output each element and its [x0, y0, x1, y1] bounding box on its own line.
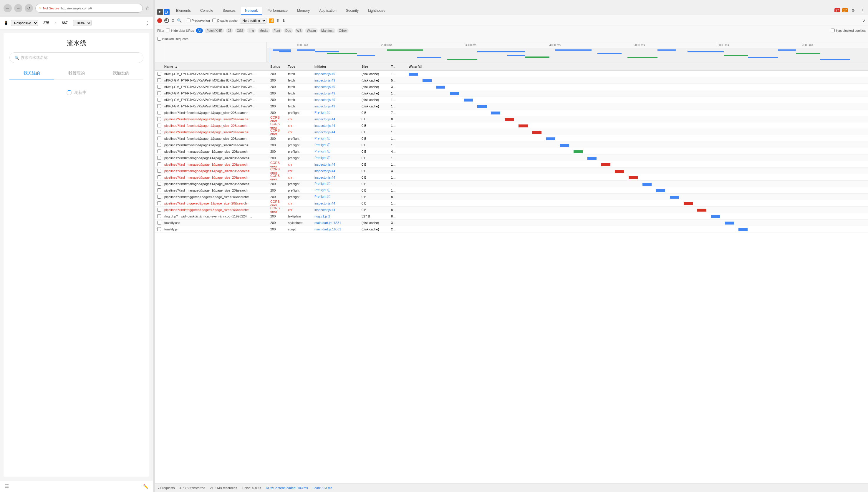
row-check[interactable]: [155, 98, 163, 101]
row-name[interactable]: pipelines?kind=managed&page=1&page_size=…: [163, 163, 269, 166]
url-bar[interactable]: ⚠ Not Secure http://example.com/#/: [35, 4, 143, 13]
header-type[interactable]: Type: [287, 65, 313, 68]
row-name[interactable]: pipelines?kind=managed&page=1&page_size=…: [163, 182, 269, 186]
row-name[interactable]: nKKQ-GM_FYFRJvXzVXaAPe9hMXBxEu-8JKJiwNdT…: [163, 85, 269, 89]
disable-cache-toggle[interactable]: Disable cache: [212, 19, 238, 22]
filter-img[interactable]: Img: [247, 28, 256, 33]
filter-css[interactable]: CSS: [235, 28, 245, 33]
row-initiator[interactable]: main.dart.js:16531: [313, 221, 360, 224]
clear-button[interactable]: [164, 18, 169, 23]
row-check[interactable]: [155, 117, 163, 121]
row-check[interactable]: [155, 195, 163, 199]
row-name[interactable]: nKKQ-GM_FYFRJvXzVXaAPe9hMXBxEu-8JKJiwNdT…: [163, 72, 269, 76]
inspect-element-icon[interactable]: [157, 9, 163, 15]
row-name[interactable]: pipelines?kind=managed&page=1&page_size=…: [163, 169, 269, 173]
tab-network[interactable]: Network: [241, 7, 262, 15]
table-row[interactable]: pipelines?kind=favorited&page=1&page_siz…: [155, 129, 868, 136]
tab-managed[interactable]: 我管理的: [54, 68, 99, 79]
device-toggle-icon[interactable]: [164, 9, 170, 15]
row-name[interactable]: pipelines?kind=favorited&page=1&page_siz…: [163, 111, 269, 115]
row-check[interactable]: [155, 104, 163, 108]
row-name[interactable]: nKKQ-GM_FYFRJvXzVXaAPe9hMXBxEu-8JKJiwNdT…: [163, 104, 269, 108]
row-name[interactable]: toastify.css: [163, 221, 269, 224]
row-check[interactable]: [155, 169, 163, 173]
download-icon[interactable]: ⬇: [282, 18, 286, 23]
row-name[interactable]: pipelines?kind=triggered&page=1&page_siz…: [163, 202, 269, 205]
filter-icon[interactable]: ⊘: [171, 18, 175, 23]
row-initiator[interactable]: inspector.js:49: [313, 72, 360, 76]
table-row[interactable]: pipelines?kind=triggered&page=1&page_siz…: [155, 200, 868, 206]
row-name[interactable]: nKKQ-GM_FYFRJvXzVXaAPe9hMXBxEu-8JKJiwNdT…: [163, 92, 269, 95]
search-network-icon[interactable]: 🔍: [177, 18, 182, 23]
filter-manifest[interactable]: Manifest: [319, 28, 335, 33]
header-initiator[interactable]: Initiator: [313, 65, 360, 68]
row-check[interactable]: [155, 201, 163, 205]
tab-performance[interactable]: Performance: [263, 7, 292, 15]
row-name[interactable]: toastify.js: [163, 227, 269, 231]
row-name[interactable]: pipelines?kind=favorited&page=1&page_siz…: [163, 137, 269, 140]
row-check[interactable]: [155, 227, 163, 231]
table-row[interactable]: pipelines?kind=favorited&page=1&page_siz…: [155, 116, 868, 122]
row-check[interactable]: [155, 143, 163, 147]
row-initiator[interactable]: Preflight ⓘ: [313, 110, 360, 115]
tab-elements[interactable]: Elements: [172, 7, 195, 15]
table-row[interactable]: pipelines?kind=favorited&page=1&page_siz…: [155, 109, 868, 116]
row-initiator[interactable]: inspector.js:49: [313, 79, 360, 82]
table-row[interactable]: toastify.css 200 stylesheet main.dart.js…: [155, 220, 868, 226]
table-row[interactable]: pipelines?kind=managed&page=1&page_size=…: [155, 181, 868, 187]
table-row[interactable]: nKKQ-GM_FYFRJvXzVXaAPe9hMXBxEu-8JKJiwNdT…: [155, 97, 868, 103]
row-initiator[interactable]: inspector.js:49: [313, 92, 360, 95]
table-row[interactable]: rlog.php?_npid=deskdict&_ncat=event&_nco…: [155, 213, 868, 220]
table-row[interactable]: toastify.js 200 script main.dart.js:1653…: [155, 226, 868, 232]
tab-console[interactable]: Console: [196, 7, 217, 15]
row-initiator[interactable]: inspector.js:44: [313, 176, 360, 179]
row-check[interactable]: [155, 188, 163, 192]
tab-security[interactable]: Security: [342, 7, 363, 15]
row-name[interactable]: pipelines?kind=triggered&page=1&page_siz…: [163, 208, 269, 212]
row-initiator[interactable]: Preflight ⓘ: [313, 136, 360, 141]
device-select[interactable]: Responsive: [11, 20, 38, 26]
row-initiator[interactable]: inspector.js:44: [313, 208, 360, 212]
expand-icon[interactable]: ⤢: [863, 19, 866, 23]
row-initiator[interactable]: inspector.js:49: [313, 85, 360, 89]
row-check[interactable]: [155, 130, 163, 134]
row-initiator[interactable]: Preflight ⓘ: [313, 149, 360, 154]
more-devtools-icon[interactable]: ⋮: [859, 7, 866, 14]
reload-button[interactable]: ↺: [25, 4, 33, 13]
load-link[interactable]: Load: 523 ms: [313, 486, 332, 490]
table-row[interactable]: pipelines?kind=managed&page=1&page_size=…: [155, 155, 868, 161]
edit-icon[interactable]: ✏️: [143, 484, 148, 489]
tab-lighthouse[interactable]: Lighthouse: [364, 7, 389, 15]
row-initiator[interactable]: Preflight ⓘ: [313, 143, 360, 147]
has-blocked-cookies-toggle[interactable]: Has blocked cookies: [831, 28, 866, 32]
table-row[interactable]: nKKQ-GM_FYFRJvXzVXaAPe9hMXBxEu-8JKJiwNdT…: [155, 71, 868, 77]
row-check[interactable]: [155, 214, 163, 218]
row-initiator[interactable]: inspector.js:44: [313, 117, 360, 121]
table-row[interactable]: pipelines?kind=favorited&page=1&page_siz…: [155, 122, 868, 129]
back-button[interactable]: ←: [3, 4, 12, 13]
table-row[interactable]: pipelines?kind=triggered&page=1&page_siz…: [155, 206, 868, 213]
more-options-icon[interactable]: ⋮: [146, 21, 149, 25]
filter-font[interactable]: Font: [272, 28, 282, 33]
upload-icon[interactable]: ⬆: [276, 18, 280, 23]
row-name[interactable]: rlog.php?_npid=deskdict&_ncat=event&_nco…: [163, 215, 269, 218]
row-initiator[interactable]: inspector.js:44: [313, 130, 360, 134]
dom-content-loaded-link[interactable]: DOMContentLoaded: 103 ms: [266, 486, 308, 490]
header-name[interactable]: Name ▲: [163, 65, 269, 68]
row-name[interactable]: pipelines?kind=favorited&page=1&page_siz…: [163, 117, 269, 121]
row-initiator[interactable]: Preflight ⓘ: [313, 188, 360, 193]
row-initiator[interactable]: Preflight ⓘ: [313, 181, 360, 186]
table-row[interactable]: pipelines?kind=favorited&page=1&page_siz…: [155, 136, 868, 142]
table-row[interactable]: pipelines?kind=managed&page=1&page_size=…: [155, 174, 868, 181]
bookmark-icon[interactable]: ☆: [145, 5, 149, 11]
row-check[interactable]: [155, 91, 163, 95]
tab-application[interactable]: Application: [315, 7, 341, 15]
table-row[interactable]: pipelines?kind=managed&page=1&page_size=…: [155, 168, 868, 174]
row-check[interactable]: [155, 156, 163, 160]
row-initiator[interactable]: Preflight ⓘ: [313, 195, 360, 199]
row-name[interactable]: nKKQ-GM_FYFRJvXzVXaAPe9hMXBxEu-8JKJiwNdT…: [163, 79, 269, 82]
header-size[interactable]: Size: [360, 65, 390, 68]
row-check[interactable]: [155, 137, 163, 140]
row-check[interactable]: [155, 182, 163, 186]
row-name[interactable]: pipelines?kind=favorited&page=1&page_siz…: [163, 143, 269, 147]
